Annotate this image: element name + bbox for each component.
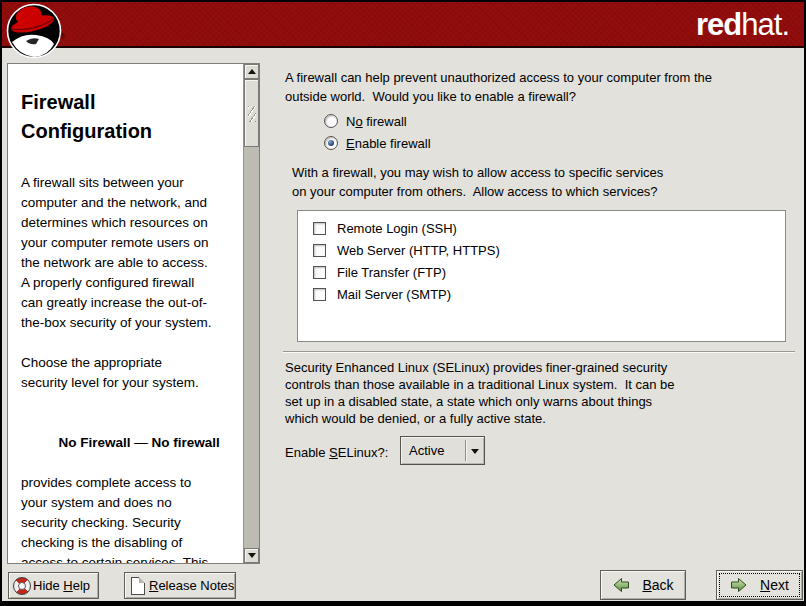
- service-row-ssh[interactable]: Remote Login (SSH): [313, 217, 785, 239]
- help-title: Firewall: [21, 88, 239, 117]
- brand-bold-text: red: [696, 7, 741, 42]
- arrow-up-icon: [248, 65, 256, 74]
- help-title: Configuration: [21, 117, 239, 146]
- green-arrow-left-icon: [612, 577, 630, 593]
- back-button[interactable]: Back: [600, 570, 686, 600]
- services-list: Remote Login (SSH) Web Server (HTTP, HTT…: [297, 210, 786, 342]
- brand-light-text: hat.: [741, 7, 789, 42]
- selinux-description: Security Enhanced Linux (SELinux) provid…: [285, 359, 675, 427]
- service-row-web[interactable]: Web Server (HTTP, HTTPS): [313, 239, 785, 261]
- redhat-logotype: redhat.: [696, 9, 789, 40]
- enable-firewall-label: Enable firewall: [346, 136, 431, 151]
- help-panel: Firewall Configuration A firewall sits b…: [7, 63, 260, 564]
- installer-window: redhat. ® Firewall Configuration A firew…: [0, 0, 806, 606]
- chevron-down-icon: [466, 444, 484, 458]
- web-checkbox[interactable]: [313, 244, 326, 257]
- scroll-down-button[interactable]: [244, 548, 259, 563]
- firewall-intro-text: A firewall can help prevent unauthorized…: [285, 68, 712, 106]
- ftp-label: File Transfer (FTP): [337, 265, 446, 280]
- services-intro-text: With a firewall, you may wish to allow a…: [292, 163, 663, 201]
- help-paragraph: A firewall sits between your computer an…: [21, 173, 239, 333]
- next-button[interactable]: Next: [716, 570, 803, 600]
- no-firewall-term: No Firewall: [59, 435, 131, 450]
- section-separator: [283, 351, 795, 353]
- enable-firewall-option[interactable]: Enable firewall: [324, 135, 431, 151]
- scroll-up-button[interactable]: [244, 64, 259, 79]
- hide-help-label: Hide Help: [33, 578, 90, 593]
- ssh-checkbox[interactable]: [313, 222, 326, 235]
- release-notes-label: Release Notes: [149, 578, 234, 593]
- green-arrow-right-icon: [730, 577, 748, 593]
- next-label: Next: [760, 577, 789, 593]
- selinux-selected-value: Active: [401, 443, 465, 458]
- help-scrollbar[interactable]: [243, 64, 259, 563]
- smtp-checkbox[interactable]: [313, 288, 326, 301]
- no-firewall-radio[interactable]: [324, 114, 338, 128]
- web-label: Web Server (HTTP, HTTPS): [337, 243, 500, 258]
- help-paragraph: Choose the appropriate security level fo…: [21, 353, 239, 393]
- hide-help-button[interactable]: Hide Help: [8, 572, 99, 599]
- selinux-dropdown-label: Enable SELinux?:: [285, 445, 388, 460]
- header-banner: redhat.: [2, 2, 804, 48]
- ftp-checkbox[interactable]: [313, 266, 326, 279]
- no-firewall-term: No firewall: [152, 435, 220, 450]
- back-label: Back: [642, 577, 673, 593]
- no-firewall-label: No firewall: [346, 114, 407, 129]
- help-text: Firewall Configuration A firewall sits b…: [8, 64, 243, 563]
- arrow-down-icon: [248, 553, 256, 562]
- enable-firewall-radio[interactable]: [324, 136, 338, 150]
- ssh-label: Remote Login (SSH): [337, 221, 457, 236]
- release-notes-button[interactable]: Release Notes: [124, 572, 236, 599]
- scrollbar-thumb[interactable]: [244, 79, 259, 147]
- redhat-shadowman-icon: [6, 3, 62, 59]
- smtp-label: Mail Server (SMTP): [337, 287, 451, 302]
- selinux-dropdown[interactable]: Active: [400, 436, 485, 465]
- service-row-ftp[interactable]: File Transfer (FTP): [313, 261, 785, 283]
- registered-trademark: ®: [60, 33, 65, 40]
- document-icon: [131, 577, 145, 595]
- service-row-smtp[interactable]: Mail Server (SMTP): [313, 283, 785, 305]
- dash-separator: —: [131, 435, 152, 450]
- help-paragraph: No Firewall — No firewall provides compl…: [21, 413, 239, 563]
- no-firewall-option[interactable]: No firewall: [324, 113, 407, 129]
- life-preserver-icon: [13, 577, 31, 595]
